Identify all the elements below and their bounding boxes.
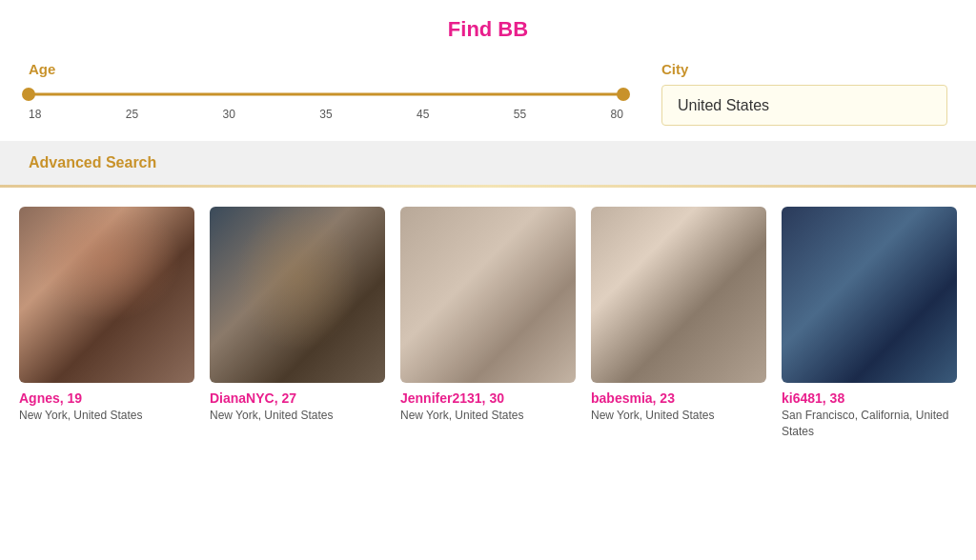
slider-track — [29, 93, 623, 96]
profile-location: New York, United States — [19, 408, 194, 424]
age-mark: 25 — [126, 108, 138, 121]
profile-image — [591, 207, 766, 383]
advanced-search-label[interactable]: Advanced Search — [29, 154, 156, 170]
profile-card[interactable]: ki6481, 38San Francisco, California, Uni… — [782, 207, 957, 440]
search-section: Age 18 25 30 35 45 55 80 City United Sta… — [0, 51, 976, 126]
slider-thumb-min[interactable] — [22, 88, 35, 101]
slider-thumb-max[interactable] — [617, 88, 630, 101]
age-slider[interactable] — [29, 85, 623, 104]
age-section: Age 18 25 30 35 45 55 80 — [29, 61, 623, 121]
profile-name: Jennifer2131, 30 — [400, 390, 576, 406]
profile-name: DianaNYC, 27 — [210, 390, 385, 406]
age-mark: 45 — [417, 108, 429, 121]
profile-location: San Francisco, California, United States — [782, 408, 957, 440]
city-section: City United States New York Los Angeles … — [661, 61, 947, 126]
age-mark: 80 — [611, 108, 623, 121]
age-mark: 35 — [319, 108, 332, 121]
profile-card[interactable]: Agnes, 19New York, United States — [19, 207, 194, 440]
profile-location: New York, United States — [591, 408, 766, 424]
age-label: Age — [29, 61, 623, 77]
profile-image — [400, 207, 576, 383]
profile-card[interactable]: DianaNYC, 27New York, United States — [210, 207, 385, 440]
city-select[interactable]: United States New York Los Angeles San F… — [661, 85, 947, 126]
advanced-search-bar[interactable]: Advanced Search — [0, 141, 976, 185]
profile-name: babesmia, 23 — [591, 390, 766, 406]
header: Find BB — [0, 0, 976, 51]
profile-card[interactable]: babesmia, 23New York, United States — [591, 207, 766, 440]
profile-image — [210, 207, 385, 383]
divider — [0, 185, 976, 188]
city-label: City — [661, 61, 947, 77]
age-mark: 30 — [223, 108, 235, 121]
profiles-section: Agnes, 19New York, United StatesDianaNYC… — [0, 188, 976, 459]
profile-image — [19, 207, 194, 383]
age-mark: 18 — [29, 108, 41, 121]
profile-location: New York, United States — [400, 408, 576, 424]
profile-name: Agnes, 19 — [19, 390, 194, 406]
profile-card[interactable]: Jennifer2131, 30New York, United States — [400, 207, 576, 440]
profile-location: New York, United States — [210, 408, 385, 424]
profile-image — [782, 207, 957, 383]
profile-name: ki6481, 38 — [782, 390, 957, 406]
age-mark: 55 — [514, 108, 526, 121]
age-marks: 18 25 30 35 45 55 80 — [29, 108, 623, 121]
page-title: Find BB — [448, 17, 528, 41]
